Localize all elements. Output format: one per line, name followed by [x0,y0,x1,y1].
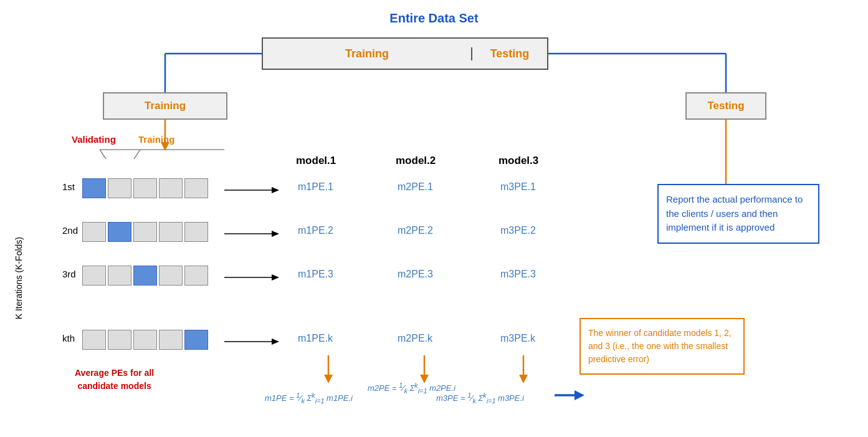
winner-box: The winner of candidate models 1, 2, and… [579,318,745,375]
grid-cell-k-2 [133,330,157,350]
avg-pes-label: Average PEs for allcandidate models [75,367,154,393]
svg-marker-11 [272,187,279,193]
pe-1-3: m1PE.3 [298,269,333,280]
grid-cell-1-1 [108,178,131,198]
grid-cell-3-1 [108,266,131,286]
diagram: Entire Data Set Training Testing Trainin… [0,0,868,437]
grid-cell-1-0 [82,178,106,198]
svg-line-27 [134,150,140,159]
row-label-3rd: 3rd [62,269,76,279]
model-header-3: model.3 [498,155,538,167]
grid-row-2 [82,222,208,242]
grid-cell-1-4 [184,178,208,198]
formula-m1: m1PE = 1⁄k Σki=1 m1PE.i [265,391,353,405]
row-label-1st: 1st [62,181,75,192]
model-header-1: model.1 [296,155,336,167]
grid-row-k [82,330,208,350]
pe-1-2: m1PE.2 [298,225,333,236]
pe-1-k: m1PE.k [298,333,333,344]
pe-3-1: m3PE.1 [500,181,536,193]
pe-1-1: m1PE.1 [298,181,333,193]
grid-row-3 [82,266,208,286]
annotation-validating: Validating [72,134,116,145]
left-training-box: Training [103,92,227,120]
right-testing-box: Testing [685,92,766,120]
pe-3-2: m3PE.2 [500,225,536,236]
grid-cell-3-2 [133,266,157,286]
grid-cell-k-1 [108,330,131,350]
row-label-kth: kth [62,333,75,343]
grid-cell-1-2 [133,178,157,198]
grid-cell-3-0 [82,266,106,286]
page-title: Entire Data Set [389,11,478,26]
grid-cell-2-4 [184,222,208,242]
pe-3-3: m3PE.3 [500,269,536,280]
row-label-2nd: 2nd [62,225,78,236]
grid-cell-2-2 [133,222,157,242]
pe-2-1: m2PE.1 [398,181,433,193]
svg-marker-21 [519,375,528,383]
svg-marker-23 [575,390,584,400]
left-training-label: Training [145,100,186,112]
grid-cell-3-4 [184,266,208,286]
grid-cell-3-3 [159,266,183,286]
grid-cell-2-1 [108,222,131,242]
svg-line-26 [100,150,106,159]
report-box: Report the actual performance to the cli… [657,184,819,244]
model-header-2: model.2 [396,155,436,167]
grid-cell-k-3 [159,330,183,350]
annotation-training-sub: Training [138,134,174,145]
svg-marker-19 [324,375,333,383]
formula-m3: m3PE = 1⁄k Σki=1 m3PE.i [436,391,524,405]
grid-cell-k-4 [184,330,208,350]
pe-2-2: m2PE.2 [398,225,433,236]
grid-cell-1-3 [159,178,183,198]
top-dataset-box: Training Testing [262,37,548,70]
svg-marker-15 [272,274,279,281]
grid-row-1 [82,178,208,198]
right-testing-label: Testing [707,100,744,112]
pe-3-k: m3PE.k [500,333,535,344]
top-testing-label: Testing [472,47,547,60]
grid-cell-2-0 [82,222,106,242]
pe-2-k: m2PE.k [398,333,432,344]
grid-cell-k-0 [82,330,106,350]
k-iterations-label: K Iterations (K-Folds) [14,237,24,319]
svg-marker-13 [272,231,279,237]
pe-2-3: m2PE.3 [398,269,433,280]
top-training-label: Training [263,47,472,60]
svg-marker-17 [272,339,279,345]
grid-cell-2-3 [159,222,183,242]
